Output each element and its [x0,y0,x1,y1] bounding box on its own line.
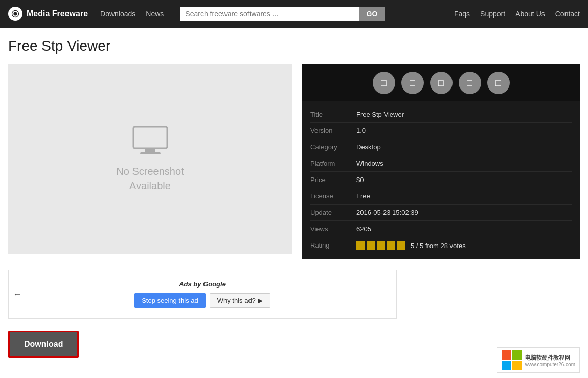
star-2 [367,241,375,250]
search-button[interactable]: GO [359,7,385,21]
star-5 [397,241,405,250]
footer-site-url: www.computer26.com [525,362,575,367]
value-price: $0 [356,176,364,184]
logo[interactable]: Media Freeware [8,7,88,21]
page-title: Free Stp Viewer [8,38,580,54]
logo-text: Media Freeware [27,9,88,18]
value-title: Free Stp Viewer [356,110,404,118]
rating-stars: 5 / 5 from 28 votes [356,241,466,250]
flag-quadrant-3 [502,361,511,370]
info-row-license: License Free [310,188,572,205]
label-license: License [310,192,356,200]
nav-faqs[interactable]: Faqs [454,10,470,18]
label-platform: Platform [310,160,356,167]
info-row-title: Title Free Stp Viewer [310,106,572,123]
share-twitter[interactable]: □ [401,72,424,94]
info-row-update: Update 2016-05-23 15:02:39 [310,205,572,221]
info-row-platform: Platform Windows [310,155,572,172]
search-input[interactable] [180,7,359,21]
ads-by-text: Ads by [179,280,201,288]
ads-by-google-label: Ads by Google [19,280,386,288]
nav-about[interactable]: About Us [515,10,545,18]
flag-quadrant-1 [502,350,511,360]
search-bar: GO [180,7,385,21]
footer-site-info: 电脑软硬件教程网 www.computer26.com [525,353,575,367]
info-row-views: Views 6205 [310,221,572,237]
label-category: Category [310,143,356,151]
svg-point-0 [13,12,17,15]
screenshot-box: No Screenshot Available [8,64,292,254]
footer-site-name: 电脑软硬件教程网 [525,354,575,362]
label-version: Version [310,127,356,135]
why-this-ad-button[interactable]: Why this ad? ▶ [210,293,270,308]
nav-right-links: Faqs Support About Us Contact [454,10,580,18]
star-4 [387,241,395,250]
download-section: Download [8,331,580,358]
nav-links: Downloads News [100,10,164,18]
why-ad-icon: ▶ [258,297,263,304]
share-bar: □ □ □ □ □ [302,64,580,101]
flag-quadrant-4 [512,361,522,370]
value-views: 6205 [356,225,371,233]
info-table: Title Free Stp Viewer Version 1.0 Catego… [302,101,580,259]
footer-badge-inner: 电脑软硬件教程网 www.computer26.com [497,347,580,373]
ads-buttons: Stop seeing this ad Why this ad? ▶ [19,293,386,308]
share-pinterest[interactable]: □ [487,72,510,94]
label-price: Price [310,176,356,184]
svg-rect-1 [133,127,167,148]
windows-flag-icon [502,350,522,370]
info-row-version: Version 1.0 [310,123,572,139]
main-page: Free Stp Viewer No Screenshot Available … [0,28,588,378]
main-content: No Screenshot Available □ □ □ □ □ Title … [8,64,580,259]
logo-icon [8,7,22,21]
navigation: Media Freeware Downloads News GO Faqs Su… [0,0,588,28]
stop-seeing-ad-button[interactable]: Stop seeing this ad [134,293,206,308]
value-platform: Windows [356,160,383,167]
ads-section: ← Ads by Google Stop seeing this ad Why … [8,270,397,319]
label-title: Title [310,110,356,118]
nav-link-news[interactable]: News [146,10,164,18]
label-rating: Rating [310,241,356,249]
rating-score: 5 / 5 from 28 votes [411,242,466,250]
download-button[interactable]: Download [8,331,79,358]
label-update: Update [310,209,356,216]
monitor-icon [132,126,168,158]
star-1 [356,241,365,250]
value-license: Free [356,192,370,200]
value-version: 1.0 [356,127,366,135]
ads-google-text: Google [203,280,226,288]
svg-rect-3 [140,152,161,154]
nav-support[interactable]: Support [480,10,505,18]
share-facebook[interactable]: □ [373,72,395,94]
why-ad-label: Why this ad? [217,297,256,304]
label-views: Views [310,225,356,233]
no-screenshot-text: No Screenshot Available [116,164,184,193]
value-category: Desktop [356,143,381,151]
info-row-category: Category Desktop [310,139,572,155]
info-panel: □ □ □ □ □ Title Free Stp Viewer Version … [302,64,580,259]
ads-left-arrow[interactable]: ← [13,289,22,300]
nav-link-downloads[interactable]: Downloads [100,10,135,18]
info-row-rating: Rating 5 / 5 from 28 votes [310,237,572,254]
value-update: 2016-05-23 15:02:39 [356,209,418,216]
share-linkedin[interactable]: □ [459,72,481,94]
nav-contact[interactable]: Contact [555,10,580,18]
info-row-price: Price $0 [310,172,572,188]
svg-rect-2 [145,148,155,152]
footer-badge: 电脑软硬件教程网 www.computer26.com [497,347,580,373]
star-3 [377,241,385,250]
flag-quadrant-2 [512,350,522,360]
share-google[interactable]: □ [430,72,453,94]
